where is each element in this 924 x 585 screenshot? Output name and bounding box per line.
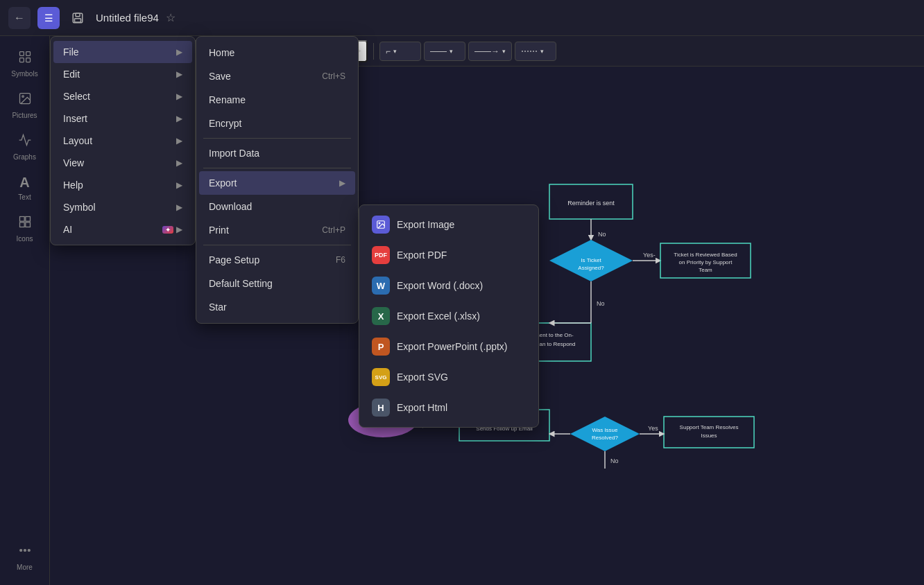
menu-item-layout[interactable]: Layout ▶ [53,130,192,152]
help-chevron: ▶ [176,180,182,190]
ai-chevron: ▶ [176,225,182,234]
export-item-word[interactable]: W Export Word (.docx) [362,270,536,301]
export-item-html[interactable]: H Export Html [362,392,536,423]
view-chevron: ▶ [176,158,182,168]
submenu-item-rename[interactable]: Rename [199,88,355,112]
select-chevron: ▶ [176,91,182,101]
submenu-divider-2 [203,168,351,168]
submenu-divider-1 [203,138,351,139]
submenu-item-import-data[interactable]: Import Data [199,141,355,165]
submenu-item-page-setup[interactable]: Page Setup F6 [199,248,355,272]
svg-point-56 [379,222,380,224]
insert-chevron: ▶ [176,114,182,123]
export-item-excel[interactable]: X Export Excel (.xlsx) [362,301,536,331]
menu-item-help[interactable]: Help ▶ [53,174,192,196]
export-excel-icon: X [372,307,390,325]
submenu-divider-3 [203,245,351,245]
export-item-pdf[interactable]: PDF Export PDF [362,240,536,270]
menu-item-file[interactable]: File ▶ [53,41,192,63]
export-item-ppt[interactable]: P Export PowerPoint (.pptx) [362,331,536,362]
edit-chevron: ▶ [176,69,182,79]
menu-item-insert[interactable]: Insert ▶ [53,107,192,130]
ai-badge: ✦ [162,226,173,234]
submenu-item-home[interactable]: Home [199,41,355,64]
menu-item-select[interactable]: Select ▶ [53,85,192,107]
submenu-item-save[interactable]: Save Ctrl+S [199,64,355,88]
export-ppt-icon: P [372,338,390,356]
file-menu: File ▶ Edit ▶ Select ▶ Insert ▶ Layout ▶… [50,36,196,245]
export-item-image[interactable]: Export Image [362,209,536,240]
submenu-item-download[interactable]: Download [199,195,355,218]
submenu-item-print[interactable]: Print Ctrl+P [199,218,355,242]
export-svg-icon: SVG [372,368,390,386]
export-image-icon [372,216,390,234]
export-item-svg[interactable]: SVG Export SVG [362,362,536,392]
menu-item-ai[interactable]: AI ✦ ▶ [53,218,192,241]
submenu-item-star[interactable]: Star [199,295,355,319]
submenu-item-export[interactable]: Export ▶ [199,171,355,195]
export-word-icon: W [372,277,390,295]
submenu-item-encrypt[interactable]: Encrypt [199,112,355,135]
export-chevron: ▶ [339,178,345,188]
layout-chevron: ▶ [176,136,182,146]
export-submenu: Export Image PDF Export PDF W Export Wor… [359,204,539,428]
menu-overlay: File ▶ Edit ▶ Select ▶ Insert ▶ Layout ▶… [0,0,924,585]
file-submenu: Home Save Ctrl+S Rename Encrypt Import D… [196,36,359,324]
menu-item-edit[interactable]: Edit ▶ [53,63,192,85]
export-pdf-icon: PDF [372,246,390,264]
submenu-item-default-setting[interactable]: Default Setting [199,272,355,295]
export-html-icon: H [372,399,390,417]
menu-item-view[interactable]: View ▶ [53,152,192,174]
file-chevron: ▶ [176,47,182,57]
menu-item-symbol[interactable]: Symbol ▶ [53,196,192,218]
symbol-chevron: ▶ [176,202,182,212]
